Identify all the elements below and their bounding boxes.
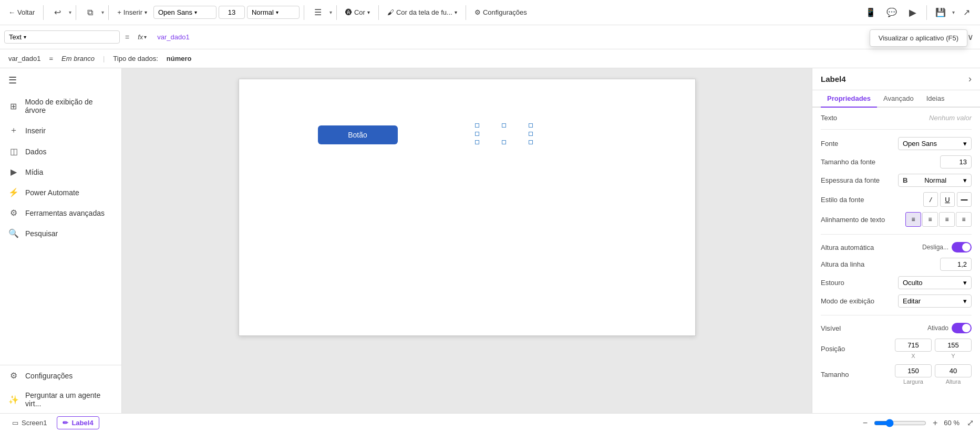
sidebar-item-power-automate[interactable]: ⚡ Power Automate (0, 182, 121, 203)
sidebar-item-advanced-tools[interactable]: ⚙ Ferramentas avançadas (0, 203, 121, 223)
visible-toggle[interactable] (952, 323, 972, 333)
undo-button[interactable]: ↩ (48, 3, 67, 22)
font-weight-panel-dropdown[interactable]: B Normal ▾ (898, 174, 972, 187)
position-x-input[interactable] (895, 339, 932, 352)
sidebar-item-data[interactable]: ◫ Dados (0, 141, 121, 162)
control-name: Text (9, 33, 22, 41)
share-button[interactable]: ↗ (957, 3, 976, 22)
handle-tl[interactable] (475, 123, 479, 128)
display-mode-dropdown[interactable]: Editar ▾ (898, 294, 972, 308)
play-button[interactable]: ▶ (903, 3, 922, 22)
font-size-input[interactable]: 13 (219, 6, 245, 19)
sep7 (466, 5, 466, 20)
color-button[interactable]: 🅐 Cor ▾ (341, 6, 374, 18)
sidebar-item-media[interactable]: ▶ Mídia (0, 162, 121, 182)
handle-br[interactable] (529, 140, 533, 144)
phone-icon-button[interactable]: 📱 (861, 3, 880, 22)
handle-bc[interactable] (502, 140, 506, 144)
div1 (821, 129, 972, 130)
control-selector-chevron: ▾ (24, 34, 26, 40)
auto-height-toggle[interactable] (952, 242, 972, 252)
font-dropdown[interactable]: Open Sans ▾ (898, 137, 972, 150)
fx-chevron[interactable]: ▾ (144, 34, 147, 40)
align-right-button[interactable]: ≡ (939, 212, 955, 227)
label4-icon: ✏ (63, 419, 68, 427)
font-label: Fonte (821, 140, 838, 147)
bottom-bar: ▭ Screen1 ✏ Label4 − + 60 % ⤢ (0, 413, 980, 432)
underline-button[interactable]: U (940, 192, 955, 207)
handle-bl[interactable] (475, 140, 479, 144)
position-y-input[interactable] (935, 339, 972, 352)
size-height-input[interactable] (935, 364, 972, 377)
sidebar-item-ai-agent[interactable]: ✨ Perguntar a um agente virt... (0, 386, 121, 413)
undo-chevron[interactable]: ▾ (69, 9, 71, 15)
settings-button[interactable]: ⚙ Configurações (470, 6, 531, 18)
text-align-row: Alinhamento de texto ≡ ≡ ≡ ≡ (821, 212, 972, 227)
sidebar-settings-icon: ⚙ (8, 371, 19, 381)
line-spacing-chevron[interactable]: ▾ (329, 9, 332, 15)
sidebar-item-label: Perguntar a um agente virt... (25, 391, 113, 408)
italic-button[interactable]: / (923, 192, 938, 207)
line-height-row: Altura da linha (821, 258, 972, 271)
handle-ml[interactable] (475, 132, 479, 136)
font-weight-chevron: ▾ (963, 176, 967, 184)
formula-separator: | (103, 55, 105, 62)
line-height-input[interactable] (940, 258, 972, 271)
canvas-button[interactable]: Botão (318, 125, 398, 144)
tab-properties[interactable]: Propriedades (821, 90, 877, 108)
handle-mr[interactable] (529, 132, 533, 136)
canvas-label-selected[interactable] (477, 125, 531, 142)
search-icon: 🔍 (8, 228, 19, 238)
label4-label: Label4 (71, 419, 93, 427)
display-mode-label: Modo de exibição (821, 297, 874, 305)
zoom-plus-button[interactable]: + (930, 417, 941, 429)
overflow-dropdown[interactable]: Oculto ▾ (898, 276, 972, 289)
overflow-row: Estouro Oculto ▾ (821, 276, 972, 289)
sidebar-item-insert[interactable]: ＋ Inserir (0, 120, 121, 141)
sidebar: ☰ ⊞ Modo de exibição de árvore ＋ Inserir… (0, 68, 122, 413)
sidebar-item-search[interactable]: 🔍 Pesquisar (0, 223, 121, 244)
label4-tab[interactable]: ✏ Label4 (57, 416, 99, 429)
right-panel-expand-icon[interactable]: › (968, 73, 972, 85)
tab-advanced[interactable]: Avançado (877, 90, 920, 108)
align-center-button[interactable]: ≡ (922, 212, 938, 227)
line-spacing-button[interactable]: ☰ (308, 3, 327, 22)
align-justify-button[interactable]: ≡ (956, 212, 972, 227)
control-selector[interactable]: Text ▾ (4, 30, 120, 44)
sidebar-item-settings[interactable]: ⚙ Configurações (0, 365, 121, 386)
font-weight-dropdown[interactable]: Normal ▾ (247, 6, 300, 19)
bg-color-button[interactable]: 🖌 Cor da tela de fu... ▾ (383, 6, 461, 18)
canvas-frame[interactable]: Botão (239, 79, 696, 336)
canvas-expand-button[interactable]: ⤢ (967, 418, 974, 428)
position-inputs: X Y (895, 339, 972, 359)
equals-sign: = (123, 33, 131, 41)
sidebar-hamburger[interactable]: ☰ (0, 68, 121, 92)
handle-tc[interactable] (502, 123, 506, 128)
back-button[interactable]: ← Voltar (4, 6, 39, 18)
tab-ideas[interactable]: Ideias (920, 90, 951, 108)
size-width-input[interactable] (895, 364, 932, 377)
div2 (821, 234, 972, 235)
zoom-slider[interactable] (874, 419, 926, 427)
copy-button[interactable]: ⧉ (80, 3, 99, 22)
sidebar-item-tree-view[interactable]: ⊞ Modo de exibição de árvore (0, 92, 121, 120)
strikethrough-button[interactable]: — (957, 192, 972, 207)
handle-tr[interactable] (529, 123, 533, 128)
font-family-dropdown[interactable]: Open Sans ▾ (153, 6, 216, 19)
save-chevron[interactable]: ▾ (952, 9, 955, 15)
screen1-tab[interactable]: ▭ Screen1 (6, 416, 53, 429)
zoom-value: 60 % (944, 419, 960, 427)
align-left-button[interactable]: ≡ (905, 212, 921, 227)
font-size-panel-input[interactable]: 13 (940, 155, 972, 168)
zoom-minus-button[interactable]: − (860, 417, 871, 429)
fx-label: fx (138, 33, 143, 41)
canvas-area: Botão (122, 68, 812, 413)
formula-input[interactable]: var_dado1 (153, 31, 962, 43)
insert-button[interactable]: + Inserir ▾ (113, 6, 151, 18)
position-x-group: X (895, 339, 932, 359)
chat-icon-button[interactable]: 💬 (882, 3, 901, 22)
sidebar-item-label: Mídia (25, 168, 43, 176)
save-button[interactable]: 💾 (931, 3, 950, 22)
fx-button[interactable]: fx ▾ (135, 31, 150, 43)
copy-chevron[interactable]: ▾ (101, 9, 104, 15)
